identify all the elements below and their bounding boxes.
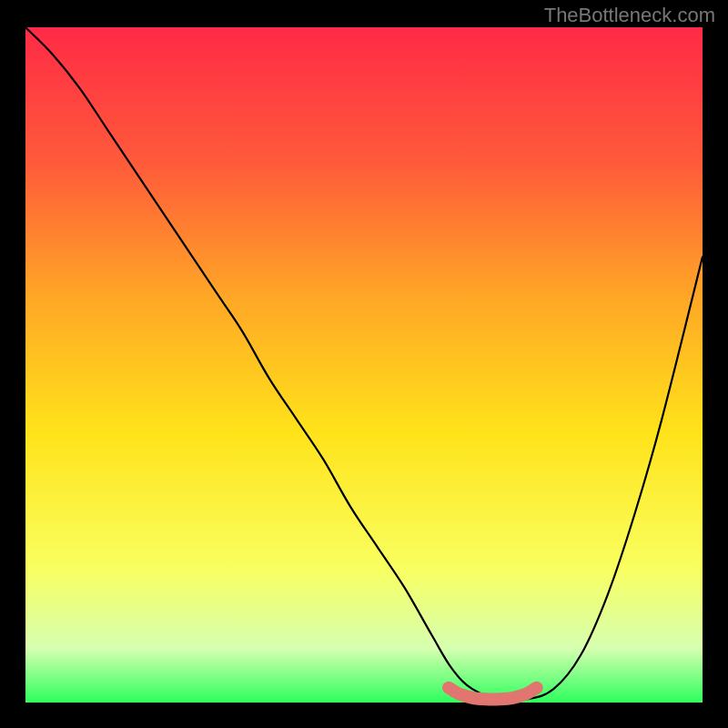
gradient-background xyxy=(25,27,703,703)
watermark-text: TheBottleneck.com xyxy=(544,4,715,27)
bottleneck-chart xyxy=(0,0,728,728)
chart-frame: TheBottleneck.com xyxy=(0,0,728,728)
